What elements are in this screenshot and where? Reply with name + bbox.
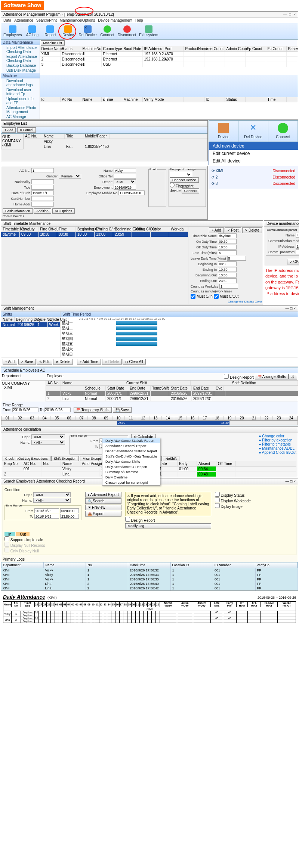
big-device-toolbar: Device ✕Del Device Connect: [209, 120, 298, 142]
attendance-calc-window: Attendance calculation Dep.:XIMI Name:<A…: [1, 426, 298, 477]
report-button[interactable]: Report: [42, 25, 58, 38]
connect-big-button[interactable]: Connect: [268, 121, 298, 142]
sidebar-item[interactable]: Import Attendance Checking Data: [1, 45, 40, 54]
banner: Software Show: [1, 1, 44, 10]
arrange-shifts-button[interactable]: 📅 Arrange Shifts: [255, 374, 289, 379]
search-records-window: Search Employee's Attendance Checking Re…: [1, 478, 298, 591]
sm-clearall-button[interactable]: ⊡ Clear All: [123, 359, 145, 365]
connect-fp-button[interactable]: Connect: [182, 188, 200, 193]
exit-button[interactable]: Exit system: [138, 25, 159, 38]
cancel-button[interactable]: × Cancel: [17, 127, 36, 133]
window-title: Attendance Management Program - [Temp-Su…: [3, 12, 114, 16]
schedule-ac-window: Schedule Employee's AC Department: Emplo…: [1, 367, 298, 425]
print-icon[interactable]: 🖨: [289, 374, 297, 379]
window-titlebar: Attendance Management Program - [Temp-Su…: [1, 12, 298, 18]
basic-info-tab[interactable]: Basic Infomation: [3, 208, 33, 214]
acno-input[interactable]: [31, 168, 54, 173]
device-big-button[interactable]: Device: [209, 121, 238, 142]
main-window: Attendance Management Program - [Temp-Su…: [1, 11, 298, 120]
ml-header: Device NameStatusMachineNo.Comm typeBaud…: [40, 46, 298, 52]
daily-attendance-report: Daily Attendance(XIMI) 2016-09-26 -- 201…: [3, 594, 296, 623]
sm-delete-button[interactable]: ✕ Delete: [53, 359, 73, 365]
sm-save-button[interactable]: ✓ Save: [18, 359, 36, 365]
report-dropdown-menu[interactable]: Daily Attendance Statistic Report Attend…: [102, 438, 160, 486]
connect-device-button[interactable]: Connect Device: [170, 177, 199, 183]
device-status-list: ⟳ XIMIDisconnected ⟳ 2Disconnected ⟳ 3Di…: [209, 166, 298, 189]
modify-log-button[interactable]: Modify Log: [125, 523, 211, 528]
aclog-button[interactable]: AC Log: [24, 25, 40, 38]
sm-edit-button[interactable]: ✎ Edit: [37, 359, 52, 365]
window-controls[interactable]: —□×: [281, 12, 296, 16]
from-date-input[interactable]: [12, 407, 38, 412]
change-color-link[interactable]: ● Change color: [259, 434, 296, 438]
sidebar: Data Maintenance Import Attendance Check…: [1, 40, 40, 120]
menubar[interactable]: DataAttendanceSearch/PrintMaintenance/Op…: [1, 18, 298, 23]
device-button[interactable]: Device: [60, 25, 76, 38]
toolbar: Employees AC Log Report Device ✕Del Devi…: [1, 23, 298, 40]
deldevice-big-button[interactable]: ✕Del Device: [238, 121, 268, 142]
sm-add-button[interactable]: + Add: [3, 359, 17, 365]
stt-post-button[interactable]: ✓ Post: [225, 227, 241, 233]
connect-button[interactable]: Connect: [99, 25, 115, 38]
deldevice-button[interactable]: ✕Del Device: [78, 25, 97, 38]
sched-save-button[interactable]: 💾 Save: [113, 407, 132, 413]
schedule-bar: 09:3018:30: [1, 421, 298, 425]
ip-note: The IP address must the same as your dev…: [264, 266, 299, 298]
close-icon[interactable]: — □ ×: [286, 306, 296, 310]
preview-button[interactable]: 👁 Preview: [85, 505, 121, 510]
to-date-input[interactable]: [44, 407, 71, 412]
calc-tab[interactable]: Clock In/Out Log Exceptions: [3, 456, 50, 461]
search-button[interactable]: 🔍 Search: [85, 498, 121, 504]
stt-delete-button[interactable]: ✕ Delete: [242, 227, 262, 233]
export-button[interactable]: 📤 Export: [85, 511, 121, 517]
device-context-menu[interactable]: Add new device Edit current device Edit …: [209, 142, 298, 165]
temp-shifts-button[interactable]: 📅 Temporary Shifts: [74, 407, 112, 413]
add-button[interactable]: + Add: [2, 127, 16, 133]
shift-management-window: Shift Management— □ × Shifts NameBeginni…: [1, 305, 298, 366]
devmaint-ok-button[interactable]: ✓ OK: [287, 259, 299, 264]
change-color-link[interactable]: Change the Display Color: [228, 300, 262, 303]
advanced-export-button[interactable]: ♦ Advanced Export: [85, 492, 121, 497]
hour-ruler: 0102030405060708091011121314151617181920…: [1, 416, 298, 421]
stt-title: Shift Timetable Maintenance: [1, 221, 263, 227]
stt-add-button[interactable]: + Add: [209, 227, 224, 233]
machine-list-tab[interactable]: Machine List: [41, 40, 65, 46]
employees-button[interactable]: Employees: [3, 25, 22, 38]
disconnect-button[interactable]: Disconnect: [117, 25, 137, 38]
sm-addtime-button[interactable]: + Add Time: [77, 359, 101, 365]
machine-list-panel: Machine List Device NameStatusMachineNo.…: [40, 40, 298, 120]
employee-list-title: Employee List: [1, 121, 207, 127]
